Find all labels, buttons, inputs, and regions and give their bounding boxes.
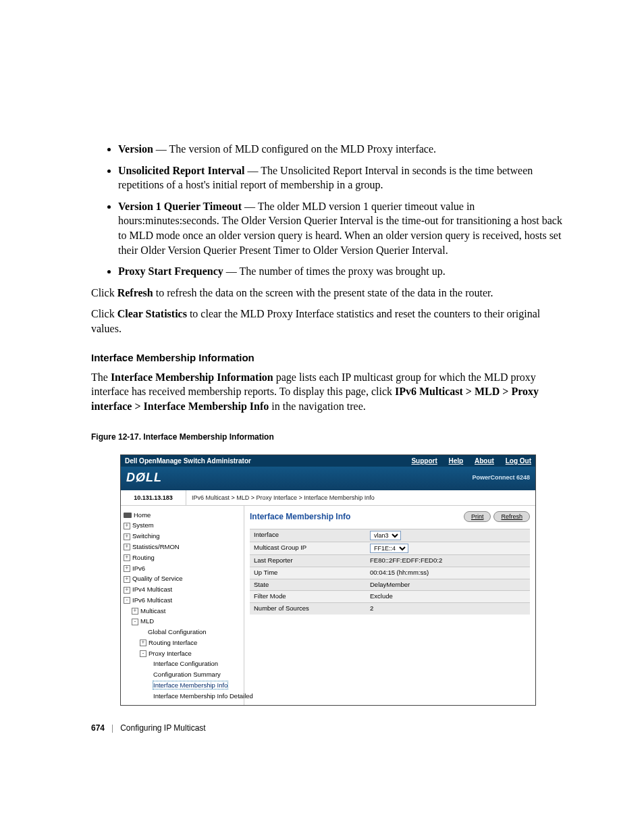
- tree-routing[interactable]: +Routing: [124, 552, 241, 563]
- tree-mld[interactable]: -MLD: [124, 616, 241, 627]
- about-link[interactable]: About: [475, 457, 494, 465]
- collapse-icon[interactable]: -: [140, 650, 146, 657]
- section-paragraph: The Interface Membership Information pag…: [91, 370, 570, 414]
- expand-icon[interactable]: +: [140, 640, 146, 646]
- desc: — The number of times the proxy was brou…: [223, 265, 446, 277]
- term: Proxy Start Frequency: [118, 265, 223, 277]
- tree-qos[interactable]: +Quality of Service: [124, 573, 241, 584]
- tree-home[interactable]: Home: [124, 510, 241, 521]
- expand-icon[interactable]: +: [124, 554, 130, 561]
- tree-ipv6-multicast[interactable]: -IPv6 Multicast: [124, 595, 241, 606]
- table-row: Multicast Group IPFF1E::4: [250, 542, 530, 554]
- multicast-group-select[interactable]: FF1E::4: [370, 544, 408, 553]
- term: Unsolicited Report Interval: [118, 165, 245, 176]
- bullet-item: Unsolicited Report Interval — The Unsoli…: [118, 163, 570, 192]
- home-icon: [124, 513, 132, 518]
- refresh-word: Refresh: [117, 287, 153, 298]
- info-table: Interfacevlan3 Multicast Group IPFF1E::4…: [250, 529, 530, 615]
- row-value: FF1E::4: [366, 542, 530, 554]
- row-value: 00:04:15 (hh:mm:ss): [366, 567, 530, 579]
- row-label: Multicast Group IP: [250, 542, 366, 554]
- app-title: Dell OpenManage Switch Administrator: [125, 457, 251, 466]
- row-label: Last Reporter: [250, 554, 366, 567]
- tree-interface-config[interactable]: Interface Configuration: [124, 658, 241, 669]
- embedded-screenshot: Dell OpenManage Switch Administrator Sup…: [120, 454, 536, 706]
- device-ip: 10.131.13.183: [121, 490, 186, 505]
- row-value: 2: [366, 603, 530, 615]
- expand-icon[interactable]: +: [124, 533, 130, 540]
- row-value: DelayMember: [366, 579, 530, 591]
- tree-proxy-interface[interactable]: -Proxy Interface: [124, 648, 241, 659]
- row-label: Filter Mode: [250, 591, 366, 603]
- tree-system[interactable]: +System: [124, 520, 241, 531]
- refresh-button[interactable]: Refresh: [493, 511, 530, 522]
- support-link[interactable]: Support: [411, 457, 437, 465]
- expand-icon[interactable]: +: [124, 576, 130, 583]
- expand-icon[interactable]: +: [124, 565, 130, 572]
- tree-switching[interactable]: +Switching: [124, 531, 241, 542]
- table-row: Filter ModeExclude: [250, 591, 530, 603]
- expand-icon[interactable]: +: [132, 608, 138, 615]
- row-label: State: [250, 579, 366, 591]
- help-link[interactable]: Help: [449, 457, 464, 465]
- row-value: Exclude: [366, 591, 530, 603]
- figure-caption: Figure 12-17. Interface Membership Infor…: [91, 432, 570, 442]
- logout-link[interactable]: Log Out: [506, 457, 531, 465]
- table-row: Up Time00:04:15 (hh:mm:ss): [250, 567, 530, 579]
- breadcrumb: IPv6 Multicast > MLD > Proxy Interface >…: [186, 490, 535, 505]
- bullet-item: Proxy Start Frequency — The number of ti…: [118, 264, 570, 279]
- term: Version: [118, 143, 153, 155]
- table-row: Number of Sources2: [250, 603, 530, 615]
- tree-routing-interface[interactable]: +Routing Interface: [124, 637, 241, 648]
- expand-icon[interactable]: +: [124, 523, 130, 529]
- model-label: PowerConnect 6248: [472, 473, 530, 481]
- panel-title: Interface Membership Info: [250, 511, 350, 522]
- tree-ipv6[interactable]: +IPv6: [124, 563, 241, 574]
- table-row: Last ReporterFE80::2FF:EDFF:FED0:2: [250, 554, 530, 567]
- row-value: FE80::2FF:EDFF:FED0:2: [366, 554, 530, 567]
- row-label: Number of Sources: [250, 603, 366, 615]
- tree-config-summary[interactable]: Configuration Summary: [124, 669, 241, 680]
- row-value: vlan3: [366, 529, 530, 542]
- nav-tree: Home +System +Switching +Statistics/RMON…: [121, 506, 244, 706]
- dell-logo: DØLL: [126, 469, 162, 486]
- row-label: Interface: [250, 529, 366, 542]
- page-number: 674: [91, 723, 105, 733]
- term: Version 1 Querier Timeout: [118, 201, 242, 212]
- tree-global-config[interactable]: Global Configuration: [124, 627, 241, 637]
- clear-stats-word: Clear Statistics: [117, 308, 187, 319]
- bullet-item: Version — The version of MLD configured …: [118, 142, 570, 157]
- brand-bar: DØLL PowerConnect 6248: [121, 467, 535, 490]
- page-footer: 674 | Configuring IP Multicast: [91, 723, 206, 733]
- bullet-list: Version — The version of MLD configured …: [91, 142, 570, 279]
- tree-stats[interactable]: +Statistics/RMON: [124, 542, 241, 552]
- footer-separator: |: [111, 723, 113, 733]
- content-panel: Interface Membership Info Print Refresh …: [244, 506, 535, 706]
- expand-icon[interactable]: +: [124, 587, 130, 594]
- tree-multicast[interactable]: +Multicast: [124, 606, 241, 617]
- body-text: Version — The version of MLD configured …: [91, 142, 570, 706]
- tree-ipv4-multicast[interactable]: +IPv4 Multicast: [124, 584, 241, 595]
- chapter-title: Configuring IP Multicast: [120, 723, 206, 733]
- refresh-paragraph: Click Refresh to refresh the data on the…: [91, 286, 570, 301]
- breadcrumb-row: 10.131.13.183 IPv6 Multicast > MLD > Pro…: [121, 490, 535, 506]
- row-label: Up Time: [250, 567, 366, 579]
- collapse-icon[interactable]: -: [132, 619, 138, 625]
- interface-select[interactable]: vlan3: [370, 531, 401, 540]
- print-button[interactable]: Print: [464, 511, 491, 522]
- table-row: Interfacevlan3: [250, 529, 530, 542]
- titlebar: Dell OpenManage Switch Administrator Sup…: [121, 455, 535, 467]
- tree-interface-membership-info-detailed[interactable]: Interface Membership Info Detailed: [124, 691, 241, 702]
- tree-interface-membership-info[interactable]: Interface Membership Info: [124, 680, 241, 691]
- table-row: StateDelayMember: [250, 579, 530, 591]
- section-heading: Interface Membership Information: [91, 351, 570, 365]
- clear-paragraph: Click Clear Statistics to clear the MLD …: [91, 307, 570, 336]
- collapse-icon[interactable]: -: [124, 597, 130, 604]
- desc: — The version of MLD configured on the M…: [153, 143, 436, 155]
- bullet-item: Version 1 Querier Timeout — The older ML…: [118, 199, 570, 257]
- expand-icon[interactable]: +: [124, 544, 130, 550]
